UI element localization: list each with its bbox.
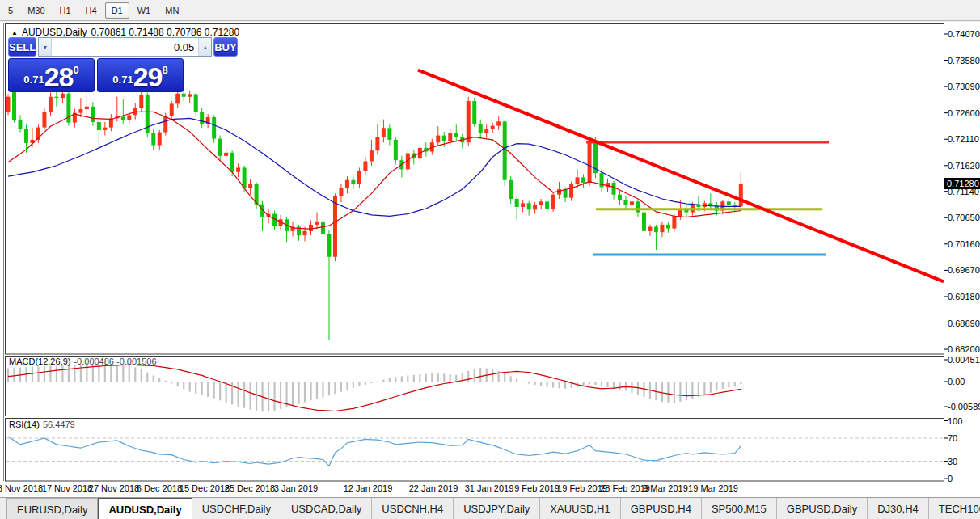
current-price-badge: 0.71280 [944,178,980,189]
chart-tab-sp500-m15[interactable]: SP500,M15 [701,498,776,519]
chart-tab-tech100-h1[interactable]: TECH100,H1 [928,498,980,519]
chart-tab-audusd-daily[interactable]: AUDUSD,Daily [98,498,192,519]
candle-body [727,201,731,205]
candle-body [630,201,634,205]
timeframe-button-h1[interactable]: H1 [53,2,78,19]
chart-tab-usdcnh-h4[interactable]: USDCNH,H4 [371,498,453,519]
candle-body [533,205,537,209]
date-axis-label: 31 Jan 2019 [465,483,514,493]
candle-body [496,121,501,125]
volume-input[interactable] [52,38,198,56]
candle-body [564,189,568,198]
date-axis-label: 9 Feb 2019 [514,483,560,493]
timeframe-button-d1[interactable]: D1 [105,2,129,19]
sell-button[interactable]: SELL [8,37,36,57]
candle-body [708,203,712,205]
candle-body [121,116,125,120]
chart-tab-eurusd-daily[interactable]: EURUSD,Daily [6,498,98,519]
timeframe-button-mn[interactable]: MN [158,2,185,19]
bid-price-sup: 0 [73,64,78,76]
date-axis-label: 12 Jan 2019 [344,483,393,493]
candle-body [503,121,507,179]
chart-tab-gbpusd-h4[interactable]: GBPUSD,H4 [620,498,701,519]
price-axis-label: 0.69180 [948,292,980,302]
candle-body [224,153,228,156]
candle-body [484,129,488,133]
date-axis-label: 19 Mar 2019 [688,483,738,493]
candle-body [170,103,174,116]
rsi-indicator-label: RSI(14)56.4479 [9,420,75,429]
candle-body [472,101,476,124]
candle-body [623,200,627,205]
candle-body [182,94,186,97]
candle-body [648,227,652,231]
timeframe-button-h4[interactable]: H4 [79,2,103,19]
timeframe-button-5[interactable]: 5 [2,2,19,19]
timeframe-toolbar: 5M30H1H4D1W1MN [0,0,980,21]
candle-body [588,141,592,183]
price-axis-label: 0.70160 [948,239,980,249]
candle-body [436,136,440,143]
candle-body [654,227,658,233]
price-axis-label: 0.68200 [948,344,980,354]
volume-decrease-icon[interactable]: ▼ [39,38,52,56]
candle-body [18,120,22,129]
candle-body [370,150,374,161]
candle-body [24,129,28,143]
price-axis-label: 0.72110 [948,134,979,144]
price-axis-label: 0.72600 [948,108,980,118]
price-axis-label: 0.71620 [948,161,980,171]
candle-body [163,116,167,133]
price-axis-label: 0.68690 [948,319,980,328]
macd-name: MACD(12,26,9) [9,357,70,366]
macd-values: -0.000486 -0.001506 [74,357,156,366]
candle-body [133,108,137,115]
chart-canvas[interactable] [0,22,980,519]
candle-body [557,189,561,195]
candle-body [442,136,446,141]
candle-body [660,225,664,232]
ask-price-big: 29 [133,65,163,89]
rsi-axis-label: 30 [948,457,957,466]
candle-body [85,107,89,109]
candle-body [394,140,398,160]
candle-body [491,126,495,129]
expand-arrow-icon[interactable]: ▲ [11,29,18,36]
volume-increase-icon[interactable]: ▲ [198,38,211,56]
candle-body [175,94,180,104]
candle-body [545,201,549,209]
macd-axis-label: 0.004517 [948,355,980,365]
candle-body [636,201,640,212]
candle-body [103,128,107,130]
ask-price-box[interactable]: 0.71298 [97,58,184,92]
chart-tab-usdchf-daily[interactable]: USDCHF,Daily [192,498,281,519]
rsi-axis-label: 0 [948,474,953,483]
price-axis-label: 0.69670 [948,265,980,275]
buy-button[interactable]: BUY [213,37,237,57]
candle-body [739,184,743,206]
candle-body [642,213,646,231]
ask-price-prefix: 0.71 [112,74,133,86]
price-axis-label: 0.70650 [948,213,980,222]
candle-body [248,184,252,188]
candle-body [158,133,162,146]
candle-body [6,97,11,112]
timeframe-button-m30[interactable]: M30 [21,2,51,19]
candle-body [672,216,676,228]
candle-body [97,122,101,130]
chart-tab-gbpusd-daily[interactable]: GBPUSD,Daily [776,498,867,519]
candle-body [333,196,337,257]
candle-body [569,184,573,197]
date-axis-label: 15 Dec 2018 [180,483,230,493]
chart-tab-dj30-h4[interactable]: DJ30,H4 [867,498,928,519]
date-axis-label: 3 Jan 2019 [274,483,318,493]
price-axis-label: 0.74070 [948,29,980,39]
chart-tab-xauusd-h1[interactable]: XAUUSD,H1 [539,498,619,519]
chart-tab-usdcad-daily[interactable]: USDCAD,Daily [281,498,371,519]
candle-body [321,222,325,234]
candle-body [375,137,379,151]
timeframe-button-w1[interactable]: W1 [131,2,158,19]
bid-price-box[interactable]: 0.71280 [8,58,95,92]
candle-body [139,95,143,108]
chart-tab-usdjpy-daily[interactable]: USDJPY,Daily [453,498,539,519]
